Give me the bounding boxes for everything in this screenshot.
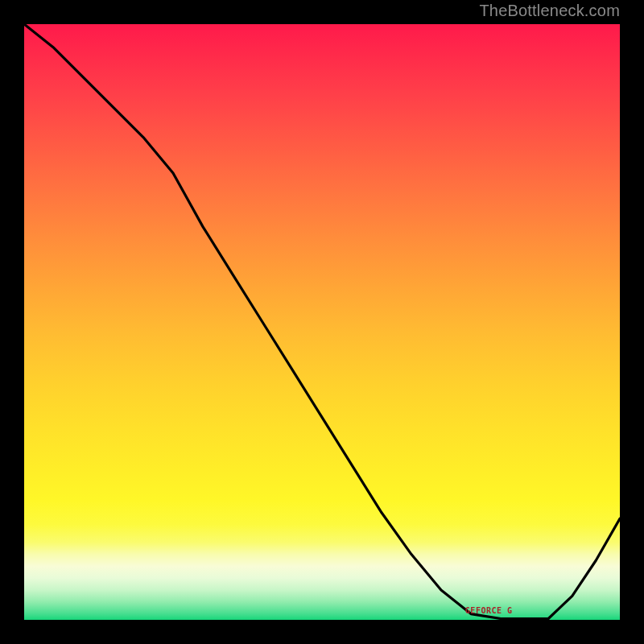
attribution-label: TheBottleneck.com — [479, 2, 620, 20]
chart-container: TheBottleneck.com GEFORCE G — [0, 0, 644, 644]
chart-line — [24, 24, 620, 619]
line-chart-svg — [24, 24, 620, 620]
plateau-label: GEFORCE G — [465, 606, 513, 615]
plot-area: GEFORCE G — [24, 24, 620, 620]
